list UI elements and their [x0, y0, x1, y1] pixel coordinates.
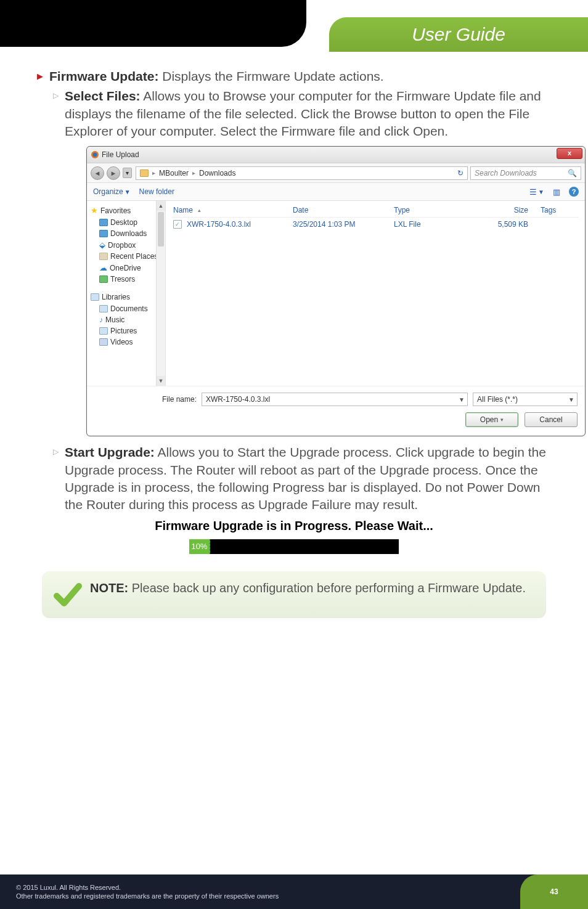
note-label: NOTE:	[90, 581, 128, 595]
sidebar-libraries-label: Libraries	[102, 293, 130, 301]
search-placeholder: Search Downloads	[475, 169, 537, 177]
sidebar: ★Favorites Desktop Downloads ⬙Dropbox Re…	[87, 201, 166, 386]
scroll-thumb[interactable]	[158, 212, 164, 247]
scroll-up-icon[interactable]: ▲	[157, 201, 165, 211]
bullet-arrow-icon: ▶	[37, 71, 43, 81]
sidebar-item-documents[interactable]: Documents	[89, 303, 163, 314]
dialog-title: File Upload	[102, 150, 139, 159]
sidebar-scrollbar[interactable]: ▲ ▼	[156, 201, 165, 386]
page-number-badge: 43	[520, 874, 588, 909]
downloads-icon	[99, 230, 108, 237]
refresh-icon[interactable]: ↻	[457, 169, 463, 177]
sidebar-item-dropbox[interactable]: ⬙Dropbox	[89, 239, 163, 251]
scroll-down-icon[interactable]: ▼	[157, 376, 165, 386]
chevron-right-icon: ▸	[152, 169, 155, 176]
search-input[interactable]: Search Downloads 🔍	[470, 166, 581, 180]
help-icon[interactable]: ?	[569, 187, 579, 197]
column-size[interactable]: Size	[476, 206, 538, 214]
new-folder-button[interactable]: New folder	[139, 187, 174, 196]
close-button[interactable]: x	[557, 148, 582, 159]
sidebar-item-downloads[interactable]: Downloads	[89, 228, 163, 239]
sidebar-item-music[interactable]: ♪Music	[89, 314, 163, 325]
file-list-header: Name▴ Date Type Size Tags	[172, 203, 579, 218]
pictures-icon	[99, 327, 108, 335]
header-left-black	[0, 0, 306, 47]
sidebar-item-label: Dropbox	[108, 241, 136, 250]
sub-bullet-arrow-icon: ▷	[53, 91, 59, 100]
sidebar-item-label: Recent Places	[110, 252, 158, 261]
chevron-down-icon: ▼	[125, 189, 131, 195]
footer-line2: Other trademarks and registered trademar…	[16, 892, 279, 900]
nav-forward-button[interactable]: ►	[107, 166, 120, 180]
organize-button[interactable]: Organize▼	[93, 187, 131, 196]
progress-fill: 10%	[189, 539, 210, 554]
sidebar-item-videos[interactable]: Videos	[89, 336, 163, 348]
sidebar-item-tresors[interactable]: Tresors	[89, 274, 163, 285]
file-date: 3/25/2014 1:03 PM	[293, 220, 391, 229]
view-button[interactable]: ☰▼	[529, 187, 544, 197]
sidebar-item-desktop[interactable]: Desktop	[89, 217, 163, 228]
header: User Guide	[0, 0, 588, 60]
breadcrumb[interactable]: ▸ MBoulter ▸ Downloads ↻	[136, 166, 468, 180]
dropbox-icon: ⬙	[99, 240, 105, 250]
note-body: Please back up any configuration before …	[128, 581, 526, 595]
start-upgrade-label: Start Upgrade:	[65, 445, 155, 459]
nav-dropdown-button[interactable]: ▾	[123, 168, 132, 178]
preview-pane-icon[interactable]: ▥	[553, 187, 560, 197]
sidebar-libraries[interactable]: Libraries	[89, 291, 163, 303]
sidebar-favorites[interactable]: ★Favorites	[89, 205, 163, 217]
header-title-panel: User Guide	[329, 17, 588, 52]
search-icon: 🔍	[568, 169, 577, 177]
cancel-button[interactable]: Cancel	[525, 412, 578, 427]
open-button[interactable]: Open▾	[465, 412, 518, 427]
column-date[interactable]: Date	[293, 206, 391, 214]
breadcrumb-folder[interactable]: Downloads	[199, 169, 235, 177]
firmware-update-text: Firmware Update: Displays the Firmware U…	[49, 68, 384, 85]
dialog-footer: File name: XWR-1750-4.0.3.lxl▼ All Files…	[87, 386, 585, 436]
sidebar-item-onedrive[interactable]: ☁OneDrive	[89, 262, 163, 274]
nav-back-button[interactable]: ◄	[91, 166, 104, 180]
sidebar-item-label: Music	[105, 316, 125, 324]
chevron-right-icon: ▸	[192, 169, 195, 176]
column-name[interactable]: Name▴	[173, 206, 290, 214]
address-bar: ◄ ► ▾ ▸ MBoulter ▸ Downloads ↻ Search Do…	[87, 163, 585, 182]
column-tags[interactable]: Tags	[541, 206, 578, 214]
start-upgrade-row: ▷ Start Upgrade: Allows you to Start the…	[37, 444, 551, 513]
toolbar: Organize▼ New folder ☰▼ ▥ ?	[87, 182, 585, 201]
split-caret-icon: ▾	[500, 417, 504, 423]
file-tags	[541, 220, 578, 229]
page-number: 43	[550, 887, 558, 896]
sidebar-item-label: Videos	[110, 338, 133, 346]
file-name-value: XWR-1750-4.0.3.lxl	[206, 395, 270, 404]
file-icon: ✓	[173, 220, 182, 229]
select-files-text: Select Files: Allows you to Browse your …	[65, 88, 551, 140]
sidebar-item-recent[interactable]: Recent Places	[89, 251, 163, 262]
chevron-down-icon: ▼	[538, 189, 544, 195]
file-filter-dropdown[interactable]: All Files (*.*)▼	[473, 393, 578, 406]
sidebar-item-pictures[interactable]: Pictures	[89, 325, 163, 336]
note-box: NOTE: Please back up any configuration b…	[42, 571, 546, 618]
sidebar-item-label: Pictures	[110, 327, 137, 335]
file-list: Name▴ Date Type Size Tags ✓XWR-1750-4.0.…	[166, 201, 585, 386]
sidebar-item-label: Downloads	[110, 229, 147, 238]
breadcrumb-root[interactable]: MBoulter	[159, 169, 189, 177]
chevron-down-icon[interactable]: ▼	[459, 396, 465, 403]
file-name-label: File name:	[162, 395, 197, 404]
note-text: NOTE: Please back up any configuration b…	[90, 580, 526, 597]
sidebar-item-label: Documents	[110, 304, 148, 313]
progress-bar: 10%	[189, 539, 399, 554]
page-title: User Guide	[412, 24, 505, 45]
chevron-down-icon[interactable]: ▼	[568, 396, 574, 403]
progress-bar-container: 10%	[189, 539, 399, 554]
file-row[interactable]: ✓XWR-1750-4.0.3.lxl 3/25/2014 1:03 PM LX…	[172, 218, 579, 231]
sort-asc-icon: ▴	[198, 207, 201, 213]
column-type[interactable]: Type	[394, 206, 474, 214]
sidebar-favorites-label: Favorites	[100, 206, 131, 215]
progress-title: Firmware Upgrade is in Progress. Please …	[37, 519, 551, 533]
music-icon: ♪	[99, 316, 103, 324]
select-files-row: ▷ Select Files: Allows you to Browse you…	[37, 88, 551, 140]
file-name-input[interactable]: XWR-1750-4.0.3.lxl▼	[202, 393, 468, 406]
videos-icon	[99, 338, 108, 346]
dialog-titlebar[interactable]: File Upload x	[87, 147, 585, 163]
firmware-update-label: Firmware Update:	[49, 69, 158, 83]
